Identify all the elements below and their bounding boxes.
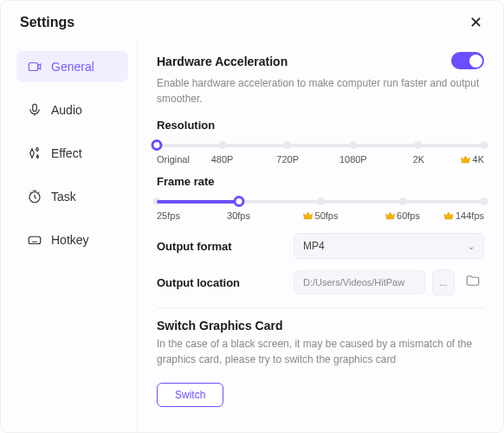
framerate-slider[interactable]: 25fps30fps 50fps 60fps 144fps bbox=[157, 193, 484, 223]
slider-tick-label: 25fps bbox=[157, 210, 180, 221]
slider-thumb[interactable] bbox=[152, 139, 163, 151]
titlebar: Settings ✕ bbox=[1, 1, 503, 42]
switch-graphics-button[interactable]: Switch bbox=[157, 383, 223, 407]
output-format-label: Output format bbox=[157, 240, 287, 253]
svg-rect-3 bbox=[29, 236, 41, 243]
slider-tick-label: Original bbox=[157, 154, 190, 165]
sidebar-item-task[interactable]: Task bbox=[16, 181, 128, 212]
sidebar-item-label: Task bbox=[51, 190, 76, 204]
slider-tick bbox=[415, 141, 423, 149]
svg-rect-0 bbox=[29, 63, 38, 71]
resolution-label: Resolution bbox=[157, 119, 484, 132]
close-icon: ✕ bbox=[469, 14, 482, 31]
slider-tick-label: 720P bbox=[276, 154, 299, 165]
clock-icon bbox=[27, 189, 42, 204]
framerate-label: Frame rate bbox=[157, 175, 484, 188]
slider-tick-label: 2K bbox=[413, 154, 424, 165]
sidebar-item-label: General bbox=[51, 60, 94, 74]
output-location-label: Output location bbox=[157, 276, 287, 289]
sidebar-item-label: Hotkey bbox=[51, 233, 89, 247]
main-panel: Hardware Acceleration Enable hardware ac… bbox=[138, 42, 503, 432]
output-format-value: MP4 bbox=[303, 240, 325, 252]
output-location-browse-button[interactable] bbox=[462, 269, 484, 295]
settings-window: Settings ✕ General Audio bbox=[0, 0, 504, 433]
switch-card-desc: In the case of a black screen, it may be… bbox=[157, 336, 484, 367]
close-button[interactable]: ✕ bbox=[464, 11, 488, 34]
slider-tick-label: 4K bbox=[461, 154, 484, 165]
switch-card-title: Switch Graphics Card bbox=[157, 319, 484, 333]
hwaccel-toggle[interactable] bbox=[451, 52, 484, 69]
crown-icon bbox=[384, 211, 395, 220]
sparkle-icon bbox=[27, 145, 42, 161]
resolution-slider[interactable]: Original480P720P1080P2K 4K bbox=[157, 137, 484, 166]
ellipsis-icon: ... bbox=[439, 277, 447, 288]
slider-track bbox=[157, 144, 484, 147]
folder-icon bbox=[465, 273, 481, 292]
crown-icon bbox=[461, 155, 471, 164]
output-location-more-button[interactable]: ... bbox=[432, 269, 455, 295]
crown-icon bbox=[303, 211, 313, 220]
sidebar-item-general[interactable]: General bbox=[16, 51, 128, 82]
slider-tick-label: 1080P bbox=[339, 154, 367, 165]
microphone-icon bbox=[27, 102, 42, 118]
sidebar-item-audio[interactable]: Audio bbox=[16, 94, 128, 126]
hwaccel-desc: Enable hardware acceleration to make com… bbox=[157, 75, 484, 107]
output-location-input[interactable]: D:/Users/Videos/HitPaw bbox=[294, 270, 425, 294]
sidebar: General Audio Effect Task bbox=[1, 42, 138, 432]
slider-fill bbox=[157, 200, 239, 204]
svg-rect-1 bbox=[33, 104, 37, 111]
slider-tick-label: 144fps bbox=[443, 210, 484, 221]
hwaccel-title: Hardware Acceleration bbox=[157, 55, 288, 68]
slider-thumb[interactable] bbox=[233, 196, 244, 207]
keyboard-icon bbox=[27, 232, 42, 248]
crown-icon bbox=[443, 211, 454, 220]
slider-tick bbox=[284, 141, 292, 149]
slider-tick bbox=[317, 197, 325, 205]
slider-tick bbox=[218, 141, 226, 149]
slider-tick bbox=[481, 141, 488, 149]
chevron-down-icon: ⌄ bbox=[468, 242, 475, 251]
camera-icon bbox=[27, 59, 42, 74]
divider bbox=[157, 307, 484, 308]
slider-tick-label: 30fps bbox=[227, 210, 250, 221]
sidebar-item-hotkey[interactable]: Hotkey bbox=[16, 224, 128, 255]
output-format-select[interactable]: MP4 ⌄ bbox=[294, 233, 484, 259]
slider-tick-label: 60fps bbox=[384, 210, 420, 221]
slider-tick bbox=[349, 141, 357, 149]
sidebar-item-effect[interactable]: Effect bbox=[16, 138, 128, 169]
slider-tick-label: 480P bbox=[211, 154, 234, 165]
sidebar-item-label: Effect bbox=[51, 146, 82, 160]
slider-tick bbox=[398, 197, 406, 205]
slider-tick-label: 50fps bbox=[303, 210, 339, 221]
slider-tick bbox=[481, 197, 488, 205]
window-title: Settings bbox=[20, 15, 74, 30]
sidebar-item-label: Audio bbox=[51, 103, 82, 117]
